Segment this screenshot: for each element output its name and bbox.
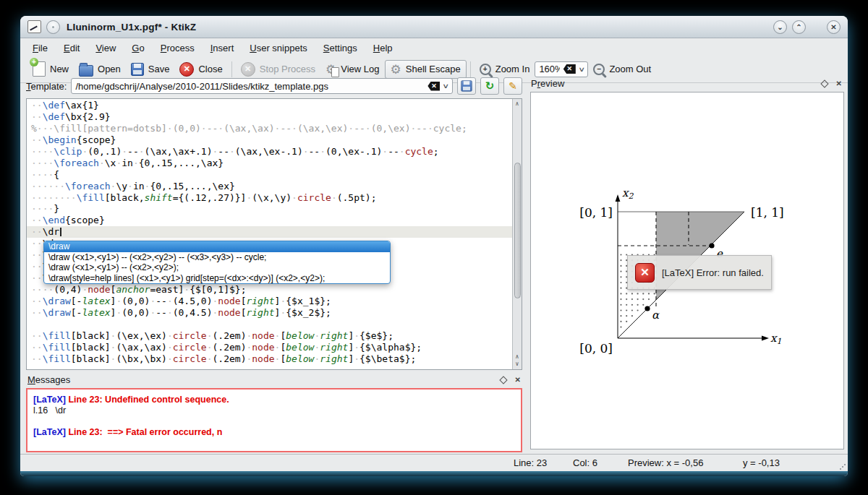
ktikz-window: LIuninorm_U1x.pgf* - KtikZ ⌄ ⌃ ✕ FileEdi… (20, 16, 848, 476)
float-dock-icon[interactable] (499, 376, 507, 384)
code-line: %···\fill[pattern=dotsb]·(0,0)·--·(\ax,\… (27, 123, 512, 134)
save-floppy-icon (461, 80, 472, 91)
code-line: ··\draw[-latex]·(0,0)·--·(4.5,0)·node[ri… (27, 296, 512, 307)
shell-escape-label: Shell Escape (406, 64, 461, 74)
menu-item-user-snippets[interactable]: User snippets (243, 40, 314, 56)
window-bottom-border (20, 471, 848, 476)
template-edit-button[interactable]: ✎ (503, 77, 522, 95)
preview-dock-header: Preview ✕ (531, 77, 842, 90)
code-area[interactable]: ··\def\ax{1}··\def\bx{2.9}%···\fill[patt… (27, 100, 512, 369)
x-axis-arrow-icon (762, 336, 769, 341)
titlebar[interactable]: LIuninorm_U1x.pgf* - KtikZ ⌄ ⌃ ✕ (20, 16, 848, 38)
code-line: ··\fill[black]·(\ex,\ex)·circle·(.2em)·n… (27, 330, 512, 342)
error-x-icon: ✕ (635, 263, 655, 283)
code-line: ··\draw[-latex]·(0,0)·--·(0,4.5)·node[ri… (27, 307, 512, 319)
code-line: ··\def\bx{2.9} (27, 111, 512, 123)
statusbar: Line: 23 Col: 6 Preview: x = -0,56 y = -… (20, 454, 848, 472)
code-line: ··\def\ax{1} (27, 100, 512, 111)
window-title: LIuninorm_U1x.pgf* - KtikZ (67, 22, 196, 33)
menu-item-help[interactable]: Help (367, 40, 399, 56)
completion-item[interactable]: \draw (44, 241, 390, 252)
close-dock-icon[interactable]: ✕ (836, 79, 842, 87)
chevron-down-icon[interactable]: ∨ (578, 66, 585, 73)
code-line: ····(0,4)·node[anchor=east]·{$[0,1]$}; (27, 284, 512, 296)
message-line: [LaTeX] Line 23: ==> Fatal error occurre… (33, 427, 515, 438)
messages-log[interactable]: [LaTeX] Line 23: Undefined control seque… (26, 388, 522, 452)
clear-icon[interactable]: ✕ (563, 64, 576, 74)
x2-axis-label: x2 (622, 186, 634, 201)
save-label: Save (148, 64, 170, 74)
label-0-1: [0, 1] (579, 205, 613, 220)
completion-item[interactable]: \draw (<x1>,<y1>) -- (<x2>,<y2>) -- (<x3… (44, 252, 390, 263)
scroll-down-icon[interactable]: ∨ (513, 361, 522, 368)
preview-canvas: [0, 1] [1, 1] [0, 0] x1 x2 e α ✕ [LaTeX]… (530, 92, 844, 449)
editor-scrollbar[interactable]: ∧ ∧ ∨ (512, 99, 522, 369)
preview-title: Preview (531, 78, 564, 89)
zoom-level-value: 160% (539, 64, 559, 74)
message-line: l.16 \dr (33, 405, 515, 416)
new-label: New (50, 64, 69, 74)
scrollbar-thumb[interactable] (514, 163, 521, 298)
code-line (27, 319, 512, 330)
template-label: Template: (26, 81, 67, 92)
template-combo[interactable]: /home/gdschrij/Analyse/2010-2011/Slides/… (71, 78, 453, 94)
resize-grip[interactable] (840, 464, 846, 470)
y-axis-arrow-icon (616, 194, 621, 202)
pin-button[interactable] (46, 20, 60, 34)
text-caret (60, 228, 61, 236)
view-log-label: View Log (341, 64, 379, 74)
menu-item-file[interactable]: File (26, 40, 54, 56)
code-line: ······\foreach·\y·in·{0,.15,...,\ex} (27, 181, 512, 192)
label-1-1: [1, 1] (751, 205, 784, 220)
code-line: ····\clip·(0,.1)·--·(\ax,\ax+.1)·--·(\ax… (27, 146, 512, 158)
label-0-0: [0, 0] (579, 341, 613, 356)
code-line: ········\fill[black,shift={(.12,.27)}]·(… (27, 192, 512, 204)
menu-item-edit[interactable]: Edit (57, 40, 86, 56)
app-icon (27, 20, 41, 33)
completion-popup: \draw\draw (<x1>,<y1>) -- (<x2>,<y2>) --… (43, 241, 391, 284)
template-row: Template: /home/gdschrij/Analyse/2010-20… (26, 77, 522, 95)
error-tooltip-text: [LaTeX] Error: run failed. (662, 267, 764, 278)
menu-item-insert[interactable]: Insert (204, 40, 241, 56)
menu-item-view[interactable]: View (89, 40, 122, 56)
messages-title: Messages (27, 374, 70, 385)
scroll-up-icon[interactable]: ∧ (513, 353, 522, 361)
code-line: ····} (27, 203, 512, 215)
scroll-up-icon[interactable]: ∧ (513, 100, 522, 108)
maximize-button[interactable]: ⌃ (792, 20, 806, 34)
messages-dock-header: Messages ✕ (27, 373, 521, 387)
code-line: ··\fill[black]·(\ax,\ax)·circle·(.2em)·n… (27, 342, 512, 353)
gear-icon: ⚙ (391, 63, 401, 76)
reload-icon: ↻ (485, 79, 495, 92)
code-line: ··\end{scope} (27, 215, 512, 226)
chevron-down-icon[interactable]: ∨ (443, 82, 450, 90)
gear-log-icon: ⚙ (326, 63, 336, 76)
close-button[interactable]: ✕ (827, 20, 841, 34)
completion-item[interactable]: \draw[style=help lines] (<x1>,<y1>) grid… (44, 273, 390, 284)
close-dock-icon[interactable]: ✕ (515, 376, 521, 384)
code-line: ····\foreach·\x·in·{0,.15,...,\ax} (27, 158, 512, 169)
stop-label: Stop Process (260, 64, 315, 74)
template-path-value: /home/gdschrij/Analyse/2010-2011/Slides/… (75, 81, 424, 92)
message-line: [LaTeX] Line 23: Undefined control seque… (33, 395, 515, 405)
save-floppy-icon (131, 63, 144, 76)
status-col: Col: 6 (573, 457, 597, 468)
float-dock-icon[interactable] (820, 79, 828, 87)
status-preview-x: Preview: x = -0,56 (628, 457, 703, 468)
menu-item-settings[interactable]: Settings (317, 40, 364, 56)
code-line: ····{ (27, 169, 512, 181)
x1-axis-label: x1 (770, 332, 781, 346)
point-e (709, 243, 714, 248)
template-reload-button[interactable]: ↻ (480, 77, 499, 95)
editor-pane: Template: /home/gdschrij/Analyse/2010-20… (26, 74, 522, 454)
menu-item-go[interactable]: Go (125, 40, 150, 56)
menu-item-process[interactable]: Process (154, 40, 201, 56)
code-editor[interactable]: ··\def\ax{1}··\def\bx{2.9}%···\fill[patt… (26, 98, 522, 370)
open-label: Open (98, 64, 121, 74)
completion-item[interactable]: \draw (<x1>,<y1>) -- (<x2>,<y2>); (44, 262, 390, 273)
desktop: { "window": { "title": "LIuninorm_U1x.pg… (0, 0, 868, 495)
clear-icon[interactable]: ✕ (427, 82, 440, 91)
template-save-button[interactable] (457, 77, 476, 95)
minimize-button[interactable]: ⌄ (773, 20, 787, 34)
pencil-icon: ✎ (509, 80, 517, 92)
